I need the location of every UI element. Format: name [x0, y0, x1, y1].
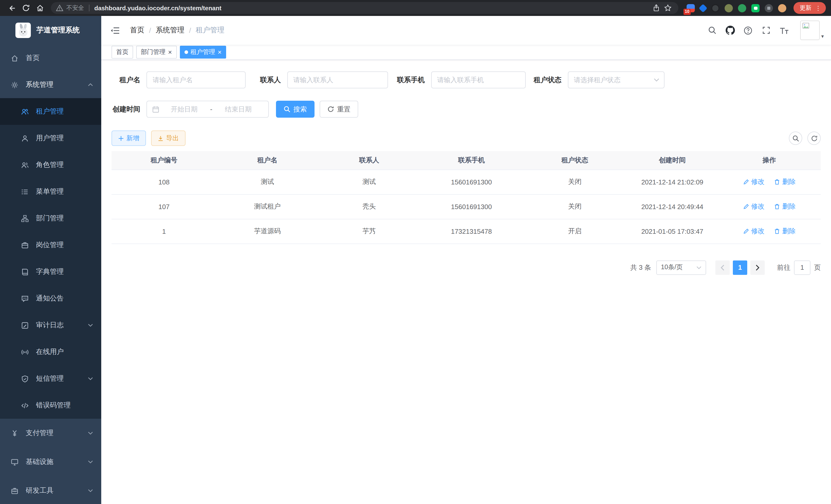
- sidebar-item-label: 租户管理: [36, 107, 93, 116]
- edit-link[interactable]: 修改: [743, 202, 765, 211]
- tab-home[interactable]: 首页: [112, 46, 133, 59]
- reset-button[interactable]: 重置: [320, 101, 358, 118]
- sidebar-item-label: 错误码管理: [36, 401, 93, 410]
- user-menu[interactable]: ▾: [800, 21, 824, 40]
- cell-phone: 17321315478: [420, 219, 523, 243]
- search-icon: [792, 135, 799, 142]
- profile-avatar-icon[interactable]: [778, 4, 786, 12]
- header-search-button[interactable]: [706, 24, 718, 36]
- goto-page-input[interactable]: [794, 260, 810, 275]
- sidebar-item-dict[interactable]: 字典管理: [0, 259, 101, 285]
- extension-icon[interactable]: [751, 4, 760, 12]
- delete-link[interactable]: 删除: [774, 177, 796, 186]
- sidebar-item-label: 短信管理: [36, 374, 81, 383]
- extension-icon[interactable]: [725, 4, 733, 12]
- tenant-table: 租户编号 租户名 联系人 联系手机 租户状态 创建时间 操作 108 测试: [112, 151, 821, 244]
- search-button[interactable]: 搜索: [276, 101, 315, 118]
- edit-link[interactable]: 修改: [743, 177, 765, 186]
- close-icon[interactable]: ×: [168, 49, 172, 56]
- cell-created: 2021-12-14 20:49:44: [627, 194, 718, 219]
- breadcrumb-item[interactable]: 首页: [130, 26, 144, 35]
- extension-icon[interactable]: [699, 4, 708, 12]
- extension-icon[interactable]: [738, 4, 746, 12]
- breadcrumb-separator: /: [149, 26, 151, 34]
- url-path: /system/tenant: [178, 4, 222, 11]
- sidebar-item-dept[interactable]: 部门管理: [0, 205, 101, 232]
- bookmark-button[interactable]: [662, 2, 673, 13]
- sidebar-item-pay[interactable]: 支付管理: [0, 419, 101, 447]
- tab-tenant[interactable]: 租户管理 ×: [180, 46, 226, 59]
- add-tenant-button[interactable]: 新增: [112, 130, 146, 146]
- browser-back-button[interactable]: [5, 1, 19, 15]
- avatar[interactable]: [800, 21, 820, 40]
- breadcrumb: 首页 / 系统管理 / 租户管理: [130, 26, 225, 35]
- security-label[interactable]: 不安全: [66, 4, 84, 12]
- browser-refresh-button[interactable]: [19, 1, 33, 15]
- sidebar-item-online-users[interactable]: 在线用户: [0, 338, 101, 365]
- sidebar-item-notice[interactable]: 通知公告: [0, 285, 101, 312]
- cell-actions: 修改 删除: [718, 170, 821, 194]
- refresh-icon: [811, 135, 818, 142]
- extension-icon[interactable]: [711, 4, 719, 12]
- sidebar-item-audit-log[interactable]: 审计日志: [0, 312, 101, 338]
- cell-actions: 修改 删除: [718, 219, 821, 243]
- chevron-down-icon: [88, 324, 93, 327]
- extensions-area: 10: [687, 4, 786, 12]
- extension-icon[interactable]: 10: [687, 4, 695, 12]
- sidebar-item-dev-tools[interactable]: 研发工具: [0, 476, 101, 504]
- cell-tenant-name: 测试: [217, 170, 318, 194]
- sidebar-item-post[interactable]: 岗位管理: [0, 232, 101, 259]
- sidebar-item-system[interactable]: 系统管理: [0, 71, 101, 98]
- cell-status: 开启: [523, 219, 627, 243]
- pencil-icon: [743, 228, 749, 234]
- cell-tenant-name: 芋道源码: [217, 219, 318, 243]
- sidebar-item-menu[interactable]: 菜单管理: [0, 178, 101, 205]
- chevron-right-icon: [755, 264, 760, 270]
- prev-page-button[interactable]: [715, 260, 730, 275]
- delete-link[interactable]: 删除: [774, 227, 796, 236]
- address-bar[interactable]: 不安全 dashboard.yudao.iocoder.cn /system/t…: [51, 2, 678, 14]
- fullscreen-button[interactable]: [760, 24, 772, 36]
- phone-input[interactable]: [431, 71, 525, 88]
- tenant-name-input[interactable]: [146, 71, 246, 88]
- app-logo[interactable]: 芋道管理系统: [0, 16, 101, 45]
- sidebar-item-role[interactable]: 角色管理: [0, 152, 101, 178]
- sidebar-item-tenant[interactable]: 租户管理: [0, 98, 101, 125]
- close-icon[interactable]: ×: [218, 49, 222, 56]
- refresh-table-button[interactable]: [807, 131, 821, 145]
- toolbox-icon: [11, 487, 19, 495]
- sidebar-item-infra[interactable]: 基础设施: [0, 447, 101, 476]
- breadcrumb-item[interactable]: 系统管理: [156, 26, 184, 35]
- edit-link[interactable]: 修改: [743, 227, 765, 236]
- delete-link[interactable]: 删除: [774, 202, 796, 211]
- cell-created: 2021-01-05 17:03:47: [627, 219, 718, 243]
- sidebar-item-label: 菜单管理: [36, 187, 93, 196]
- tab-dept[interactable]: 部门管理 ×: [136, 46, 176, 59]
- export-button[interactable]: 导出: [151, 130, 185, 146]
- logo-rabbit-icon: [16, 23, 31, 38]
- sidebar-toggle-button[interactable]: [109, 24, 122, 36]
- menu-list-icon: [21, 188, 29, 196]
- status-select[interactable]: 请选择租户状态: [568, 71, 664, 88]
- fold-menu-icon: [111, 26, 120, 34]
- share-button[interactable]: [651, 2, 662, 13]
- font-size-button[interactable]: [778, 24, 791, 36]
- next-page-button[interactable]: [750, 260, 765, 275]
- sidebar-item-sms[interactable]: 短信管理: [0, 365, 101, 392]
- browser-menu-icon[interactable]: ⋮: [815, 4, 821, 11]
- toggle-search-button[interactable]: [789, 131, 802, 145]
- browser-update-button[interactable]: 更新 ⋮: [794, 2, 826, 14]
- github-link-button[interactable]: [724, 24, 737, 36]
- cell-tenant-id: 108: [112, 170, 217, 194]
- contact-input[interactable]: [287, 71, 388, 88]
- sidebar-item-home[interactable]: 首页: [0, 45, 101, 71]
- browser-home-button[interactable]: [33, 1, 47, 15]
- sidebar-item-user[interactable]: 用户管理: [0, 125, 101, 152]
- page-size-select[interactable]: 10条/页: [656, 260, 706, 275]
- create-time-range-picker[interactable]: 开始日期 - 结束日期: [146, 101, 269, 118]
- page-number-button[interactable]: 1: [733, 260, 747, 275]
- help-docs-button[interactable]: [742, 24, 754, 36]
- extension-icon[interactable]: [765, 4, 773, 12]
- total-count: 共 3 条: [630, 263, 651, 272]
- sidebar-item-error-code[interactable]: 错误码管理: [0, 392, 101, 419]
